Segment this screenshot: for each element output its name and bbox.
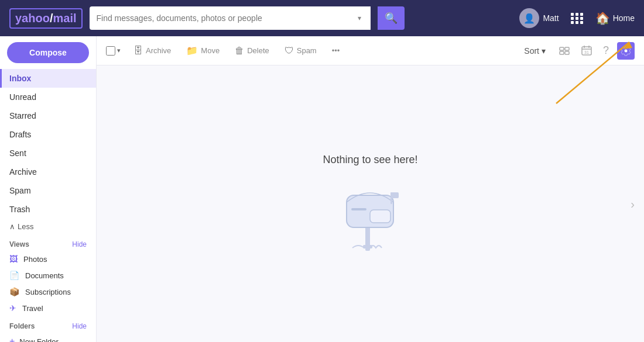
user-name: Matt	[543, 13, 559, 23]
home-button[interactable]: 🏠 Home	[595, 11, 635, 25]
folders-label: Folders	[9, 322, 35, 330]
logo-text: yahoo/mail	[15, 12, 77, 25]
documents-label: Documents	[25, 271, 64, 280]
chevron-up-icon: ∧	[9, 222, 15, 231]
plus-icon: +	[9, 336, 15, 342]
folders-section-header: Folders Hide	[0, 316, 96, 333]
svg-rect-1	[560, 51, 564, 54]
sidebar-item-documents[interactable]: 📄 Documents	[0, 267, 96, 284]
select-all-checkbox[interactable]	[106, 46, 115, 56]
header: yahoo/mail ▾ 🔍 👤 Matt 🏠 Home	[0, 0, 644, 36]
search-dropdown-icon[interactable]: ▾	[358, 14, 361, 22]
sort-label: Sort	[524, 46, 539, 56]
svg-rect-15	[370, 210, 390, 223]
sidebar-item-spam[interactable]: Spam	[0, 181, 96, 200]
subscriptions-label: Subscriptions	[25, 288, 71, 296]
documents-icon: 📄	[9, 271, 19, 280]
spam-label: Spam	[9, 186, 31, 195]
svg-rect-0	[560, 47, 564, 50]
move-icon: 📁	[186, 45, 198, 56]
avatar: 👤	[519, 8, 539, 28]
subscriptions-icon: 📦	[9, 287, 19, 296]
select-dropdown-icon[interactable]: ▾	[117, 47, 121, 54]
compose-button[interactable]: Compose	[7, 42, 89, 63]
sidebar-item-inbox[interactable]: Inbox	[0, 69, 96, 88]
user-menu-button[interactable]: 👤 Matt	[519, 8, 559, 28]
svg-rect-3	[565, 51, 569, 54]
spam-label: Spam	[297, 46, 317, 55]
archive-button[interactable]: 🗄 Archive	[130, 43, 174, 58]
new-folder-button[interactable]: + New Folder	[0, 333, 96, 342]
toolbar-right: Sort ▾	[519, 42, 635, 60]
sidebar-item-travel[interactable]: ✈ Travel	[0, 300, 96, 316]
svg-rect-16	[351, 208, 366, 210]
archive-label: Archive	[9, 167, 37, 177]
home-label: Home	[613, 13, 635, 23]
drafts-label: Drafts	[9, 130, 31, 139]
sidebar-item-unread[interactable]: Unread	[0, 88, 96, 106]
inbox-label: Inbox	[9, 74, 31, 83]
delete-label: Delete	[247, 46, 269, 55]
svg-text:31: 31	[584, 50, 589, 54]
layout: Compose Inbox Unread Starred Drafts Sent…	[0, 36, 644, 342]
spam-button[interactable]: 🛡 Spam	[281, 43, 320, 58]
view-contacts-button[interactable]	[556, 43, 573, 59]
search-bar: ▾	[90, 6, 371, 30]
sidebar-item-photos[interactable]: 🖼 Photos	[0, 251, 96, 267]
photos-icon: 🖼	[9, 254, 18, 264]
header-right: 👤 Matt 🏠 Home	[519, 8, 635, 28]
email-list-area: Nothing to see here!	[97, 65, 644, 342]
sent-label: Sent	[9, 148, 26, 158]
unread-label: Unread	[9, 92, 36, 102]
search-button[interactable]: 🔍	[378, 6, 405, 30]
expand-panel-button[interactable]: ›	[631, 197, 635, 210]
spam-icon: 🛡	[285, 46, 294, 56]
help-button[interactable]: ?	[601, 42, 611, 59]
sort-chevron-icon: ▾	[542, 46, 546, 56]
views-hide-button[interactable]: Hide	[72, 240, 87, 248]
main-content: ▾ 🗄 Archive 📁 Move 🗑 Delete 🛡 Spam	[97, 36, 644, 342]
calendar-button[interactable]: 31	[578, 43, 595, 59]
sidebar-item-archive[interactable]: Archive	[0, 163, 96, 181]
select-all-wrap: ▾	[106, 46, 121, 56]
more-button[interactable]: •••	[328, 44, 344, 57]
folders-hide-button[interactable]: Hide	[72, 322, 87, 330]
sidebar-item-starred[interactable]: Starred	[0, 106, 96, 125]
less-label: Less	[18, 222, 33, 231]
views-label: Views	[9, 240, 29, 248]
less-button[interactable]: ∧ Less	[0, 219, 96, 234]
home-icon: 🏠	[595, 11, 610, 25]
move-button[interactable]: 📁 Move	[183, 43, 223, 58]
starred-label: Starred	[9, 111, 36, 120]
apps-button[interactable]	[568, 11, 586, 26]
photos-label: Photos	[23, 255, 47, 264]
toolbar-actions: 🗄 Archive 📁 Move 🗑 Delete 🛡 Spam •••	[130, 43, 510, 58]
sort-button[interactable]: Sort ▾	[519, 44, 550, 58]
new-folder-label: New Folder	[19, 337, 58, 343]
sidebar-item-sent[interactable]: Sent	[0, 144, 96, 163]
sidebar-item-trash[interactable]: Trash	[0, 200, 96, 219]
svg-rect-18	[390, 192, 399, 198]
delete-button[interactable]: 🗑 Delete	[231, 43, 273, 58]
travel-icon: ✈	[9, 303, 16, 313]
search-input[interactable]	[97, 13, 358, 23]
views-section-header: Views Hide	[0, 234, 96, 251]
empty-message: Nothing to see here!	[323, 154, 417, 166]
sidebar-item-subscriptions[interactable]: 📦 Subscriptions	[0, 284, 96, 300]
svg-rect-2	[565, 47, 569, 50]
sidebar-item-drafts[interactable]: Drafts	[0, 125, 96, 144]
mailbox-illustration	[335, 178, 405, 254]
delete-icon: 🗑	[235, 46, 244, 56]
settings-button[interactable]	[617, 42, 635, 60]
move-label: Move	[201, 46, 220, 55]
archive-icon: 🗄	[133, 46, 143, 56]
trash-label: Trash	[9, 205, 30, 214]
more-icon: •••	[332, 46, 340, 55]
travel-label: Travel	[22, 304, 43, 313]
toolbar: ▾ 🗄 Archive 📁 Move 🗑 Delete 🛡 Spam	[97, 36, 644, 65]
empty-state: Nothing to see here!	[323, 154, 417, 254]
logo: yahoo/mail	[9, 8, 83, 29]
archive-label: Archive	[146, 46, 171, 55]
sidebar: Compose Inbox Unread Starred Drafts Sent…	[0, 36, 97, 342]
